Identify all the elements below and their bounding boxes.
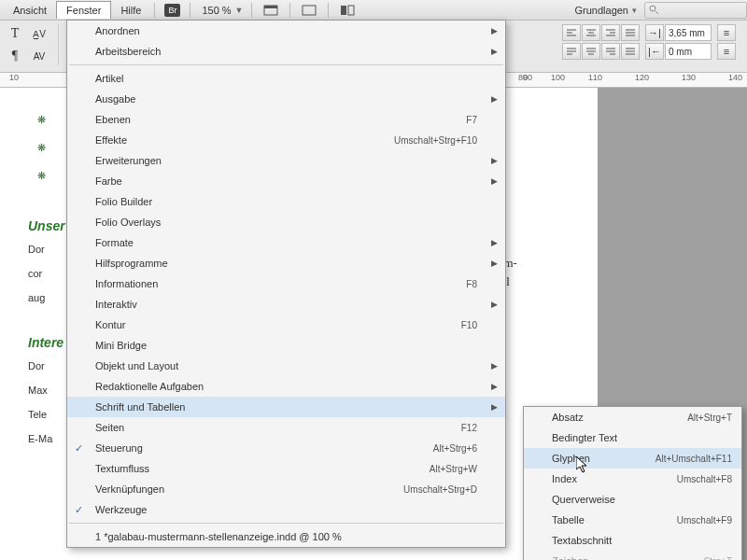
align-toward-spine-icon[interactable] — [621, 43, 640, 60]
align-right-icon[interactable] — [601, 24, 620, 41]
align-justify-left-icon[interactable] — [562, 43, 581, 60]
menu-steuerung[interactable]: ✓SteuerungAlt+Strg+6 — [67, 438, 505, 458]
menu-anordnen[interactable]: Anordnen▶ — [67, 21, 505, 41]
ruler-tick: 120 — [635, 73, 649, 82]
menu-farbe[interactable]: Farbe▶ — [67, 171, 505, 191]
doc-text: cor — [28, 268, 42, 279]
chevron-right-icon: ▶ — [491, 361, 498, 371]
menu-artikel[interactable]: Artikel — [67, 68, 505, 89]
zoom-value: 150 % — [202, 5, 231, 16]
screen-mode-icon[interactable] — [260, 2, 282, 19]
menu-fenster[interactable]: Fenster — [56, 1, 111, 19]
menu-separator — [69, 64, 503, 65]
menu-effekte[interactable]: EffekteUmschalt+Strg+F10 — [67, 130, 505, 150]
kerning-icon[interactable]: AV — [28, 47, 50, 65]
ruler-tick: 90 — [523, 73, 532, 82]
last-line-indent-icon[interactable]: ≡ — [717, 43, 736, 60]
menu-mini-bridge[interactable]: Mini Bridge — [67, 335, 505, 356]
ruler-tick: 130 — [682, 73, 696, 82]
menubar-separator — [289, 3, 290, 18]
indent-right-icon[interactable]: |← — [645, 43, 664, 60]
submenu-tabelle[interactable]: TabelleUmschalt+F9 — [524, 510, 741, 530]
workspace-switcher[interactable]: Grundlagen ▾ — [575, 5, 638, 16]
menu-ebenen[interactable]: EbenenF7 — [67, 109, 505, 130]
chevron-right-icon: ▶ — [491, 26, 498, 35]
flower-icon: ❋ — [37, 170, 46, 182]
menu-seiten[interactable]: SeitenF12 — [67, 417, 505, 438]
align-justify-center-icon[interactable] — [582, 43, 600, 60]
arrange-icon[interactable] — [336, 2, 359, 19]
view-mode-icon[interactable] — [298, 2, 320, 19]
chevron-right-icon: ▶ — [491, 238, 498, 247]
search-icon — [649, 5, 659, 15]
menu-arbeitsbereich[interactable]: Arbeitsbereich▶ — [67, 41, 505, 62]
menu-objekt-layout[interactable]: Objekt und Layout▶ — [67, 356, 505, 376]
doc-text: Max — [28, 385, 48, 396]
doc-text: E-Ma — [28, 433, 52, 444]
menu-redaktionelle[interactable]: Redaktionelle Aufgaben▶ — [67, 376, 505, 397]
menu-ausgabe[interactable]: Ausgabe▶ — [67, 89, 505, 109]
submenu-absatz[interactable]: AbsatzAlt+Strg+T — [524, 407, 741, 427]
flower-icon: ❋ — [37, 114, 46, 126]
chevron-right-icon: ▶ — [491, 176, 498, 186]
fenster-menu: Anordnen▶ Arbeitsbereich▶ Artikel Ausgab… — [66, 20, 506, 548]
menu-formate[interactable]: Formate▶ — [67, 232, 505, 253]
menu-kontur[interactable]: KonturF10 — [67, 315, 505, 335]
menubar-separator — [190, 3, 190, 18]
menu-verknuepfungen[interactable]: VerknüpfungenUmschalt+Strg+D — [67, 479, 505, 499]
first-line-indent-icon[interactable]: ≡ — [717, 24, 736, 41]
chevron-right-icon: ▶ — [491, 47, 498, 56]
menubar-separator — [251, 3, 252, 18]
menu-erweiterungen[interactable]: Erweiterungen▶ — [67, 150, 505, 171]
doc-text: Dor — [28, 244, 45, 255]
check-icon: ✓ — [75, 442, 83, 455]
menu-folio-overlays[interactable]: Folio Overlays — [67, 212, 505, 232]
menu-informationen[interactable]: InformationenF8 — [67, 273, 505, 294]
submenu-textabschnitt[interactable]: Textabschnitt — [524, 530, 741, 551]
submenu-zeichen[interactable]: ZeichenStrg+T — [524, 551, 741, 560]
align-justify-icon[interactable] — [621, 24, 640, 41]
flower-icon: ❋ — [37, 142, 46, 154]
menu-interaktiv[interactable]: Interaktiv▶ — [67, 294, 505, 315]
submenu-index[interactable]: IndexUmschalt+F8 — [524, 469, 741, 489]
menu-open-document[interactable]: 1 *galabau-mustermann-stellenanzeige.ind… — [67, 526, 505, 547]
indent-left-icon[interactable]: →| — [645, 24, 664, 41]
search-input[interactable] — [644, 2, 747, 19]
menu-werkzeuge[interactable]: ✓Werkzeuge — [67, 499, 505, 520]
para-format-icon[interactable]: ¶ — [4, 47, 26, 65]
chevron-right-icon: ▶ — [491, 94, 498, 104]
ruler-tick: 140 — [728, 73, 742, 82]
svg-point-5 — [650, 6, 655, 11]
menu-hilfe[interactable]: Hilfe — [111, 2, 150, 19]
submenu-querverweise[interactable]: Querverweise — [524, 489, 741, 510]
align-justify-right-icon[interactable] — [601, 43, 620, 60]
svg-rect-2 — [303, 6, 316, 15]
bridge-icon[interactable]: Br — [164, 4, 180, 17]
schrift-tabellen-submenu: AbsatzAlt+Strg+T Bedingter Text GlyphenA… — [523, 406, 742, 560]
spacing-field[interactable]: 0 mm — [665, 43, 712, 60]
align-center-icon[interactable] — [582, 24, 600, 41]
char-format-icon[interactable]: A̲V — [28, 24, 50, 43]
menu-textumfluss[interactable]: TextumflussAlt+Strg+W — [67, 458, 505, 479]
menu-hilfsprogramme[interactable]: Hilfsprogramme▶ — [67, 253, 505, 273]
doc-text: Tele — [28, 409, 47, 420]
align-left-icon[interactable] — [562, 24, 581, 41]
zoom-dropdown[interactable]: 150 % ▼ — [202, 5, 247, 16]
type-tool-icon[interactable]: T — [4, 24, 26, 43]
submenu-bedingter-text[interactable]: Bedingter Text — [524, 427, 741, 448]
submenu-glyphen[interactable]: GlyphenAlt+Umschalt+F11 — [524, 448, 741, 469]
chevron-down-icon: ▾ — [632, 6, 637, 15]
menu-ansicht[interactable]: Ansicht — [4, 2, 56, 19]
chevron-right-icon: ▶ — [491, 259, 498, 268]
svg-rect-1 — [264, 6, 277, 8]
menu-folio-builder[interactable]: Folio Builder — [67, 191, 505, 212]
chevron-right-icon: ▶ — [491, 156, 498, 165]
svg-rect-4 — [348, 6, 354, 15]
menu-separator — [69, 523, 503, 524]
ruler-tick: 100 — [551, 73, 565, 82]
chevron-right-icon: ▶ — [491, 382, 498, 391]
check-icon: ✓ — [75, 504, 83, 516]
indent-field[interactable]: 3,65 mm — [665, 24, 712, 41]
menu-schrift-tabellen[interactable]: Schrift und Tabellen▶ — [67, 397, 505, 417]
chevron-down-icon: ▼ — [235, 6, 244, 15]
